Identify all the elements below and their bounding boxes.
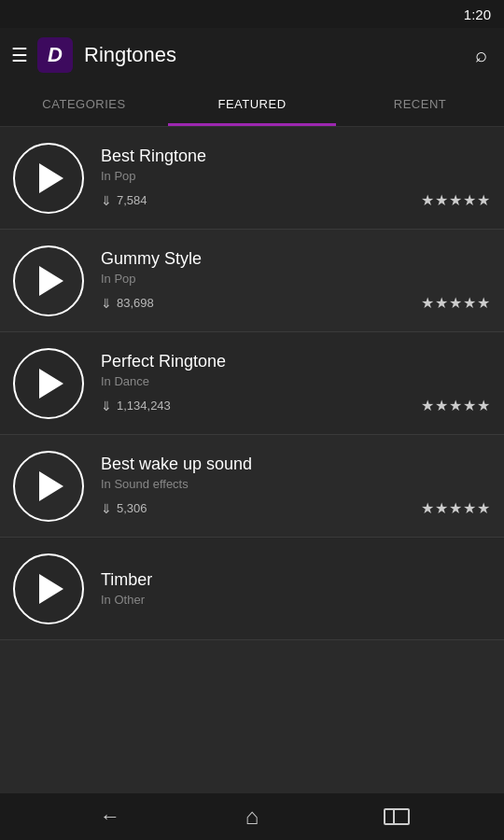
item-stars-1: ★★★★★ <box>421 294 491 312</box>
play-button-2[interactable] <box>13 348 84 419</box>
item-info-3: Best wake up sound In Sound effects ⇓ 5,… <box>101 455 491 517</box>
item-downloads-3: ⇓ 5,306 <box>101 501 147 516</box>
item-downloads-2: ⇓ 1,134,243 <box>101 399 171 413</box>
list-item: Perfect Ringtone In Dance ⇓ 1,134,243 ★★… <box>0 332 504 435</box>
item-category-3: In Sound effects <box>101 477 491 491</box>
item-title-0: Best Ringtone <box>101 147 491 166</box>
search-icon[interactable]: ⌕ <box>469 37 493 73</box>
item-title-2: Perfect Ringtone <box>101 352 491 371</box>
list-item: Timber In Other <box>0 538 504 640</box>
item-meta-0: ⇓ 7,584 ★★★★★ <box>101 191 491 209</box>
play-triangle-icon <box>39 369 63 399</box>
play-triangle-icon <box>39 471 63 501</box>
play-button-3[interactable] <box>13 451 84 522</box>
recents-icon <box>384 808 404 825</box>
item-meta-1: ⇓ 83,698 ★★★★★ <box>101 294 491 312</box>
app-logo: D <box>37 37 73 73</box>
item-info-0: Best Ringtone In Pop ⇓ 7,584 ★★★★★ <box>101 147 491 209</box>
item-category-4: In Other <box>101 593 491 607</box>
home-button[interactable] <box>245 804 259 830</box>
back-button[interactable] <box>100 805 120 829</box>
play-button-4[interactable] <box>13 553 84 624</box>
item-info-2: Perfect Ringtone In Dance ⇓ 1,134,243 ★★… <box>101 352 491 414</box>
play-triangle-icon <box>39 574 63 604</box>
ringtone-list: Best Ringtone In Pop ⇓ 7,584 ★★★★★ Gummy… <box>0 127 504 793</box>
list-item: Gummy Style In Pop ⇓ 83,698 ★★★★★ <box>0 230 504 332</box>
download-icon: ⇓ <box>101 399 112 413</box>
bottom-nav <box>0 793 504 840</box>
item-title-3: Best wake up sound <box>101 455 491 474</box>
app-bar: ☰ D Ringtones ⌕ <box>0 28 504 82</box>
item-category-1: In Pop <box>101 272 491 286</box>
tab-bar: CATEGORIES FEATURED RECENT <box>0 82 504 127</box>
item-title-4: Timber <box>101 570 491 590</box>
menu-icon[interactable]: ☰ <box>11 44 28 66</box>
item-meta-3: ⇓ 5,306 ★★★★★ <box>101 499 491 517</box>
play-button-0[interactable] <box>13 143 84 214</box>
list-item: Best wake up sound In Sound effects ⇓ 5,… <box>0 435 504 538</box>
item-title-1: Gummy Style <box>101 249 491 269</box>
item-meta-2: ⇓ 1,134,243 ★★★★★ <box>101 397 491 414</box>
item-category-2: In Dance <box>101 374 491 388</box>
tab-featured[interactable]: FEATURED <box>168 82 336 126</box>
item-stars-0: ★★★★★ <box>421 191 491 209</box>
item-category-0: In Pop <box>101 169 491 183</box>
play-triangle-icon <box>39 266 63 296</box>
download-icon: ⇓ <box>101 296 112 311</box>
item-info-1: Gummy Style In Pop ⇓ 83,698 ★★★★★ <box>101 249 491 312</box>
logo-letter: D <box>48 43 63 67</box>
item-stars-3: ★★★★★ <box>421 499 491 517</box>
item-stars-2: ★★★★★ <box>421 397 491 414</box>
item-info-4: Timber In Other <box>101 570 491 607</box>
tab-categories[interactable]: CATEGORIES <box>0 82 168 126</box>
list-item: Best Ringtone In Pop ⇓ 7,584 ★★★★★ <box>0 127 504 230</box>
play-triangle-icon <box>39 163 63 193</box>
status-time: 1:20 <box>464 7 491 22</box>
play-button-1[interactable] <box>13 245 84 316</box>
item-downloads-1: ⇓ 83,698 <box>101 296 154 311</box>
tab-recent[interactable]: RECENT <box>336 82 504 126</box>
app-title: Ringtones <box>84 43 469 67</box>
download-icon: ⇓ <box>101 501 112 516</box>
item-downloads-0: ⇓ 7,584 <box>101 193 147 208</box>
status-bar: 1:20 <box>0 0 504 28</box>
recents-button[interactable] <box>384 808 404 825</box>
download-icon: ⇓ <box>101 193 112 208</box>
